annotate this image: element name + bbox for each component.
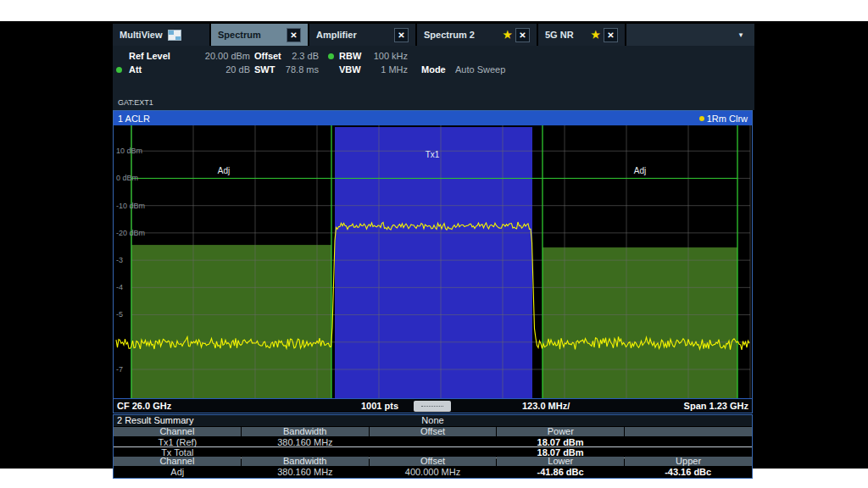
col-header: Upper: [625, 457, 752, 466]
tab-spectrum-label: Spectrum: [218, 30, 261, 40]
tab-amplifier[interactable]: Amplifier ✕: [309, 24, 415, 46]
gate-status: GAT:EXT1: [118, 98, 153, 107]
vbw-value[interactable]: 1 MHz: [359, 64, 408, 75]
ref-level-value[interactable]: 20.00 dBm: [179, 51, 250, 61]
offset-value[interactable]: 2.3 dB: [270, 51, 319, 61]
mode-label[interactable]: Mode: [421, 64, 446, 75]
sweep-points[interactable]: 1001 pts: [361, 401, 398, 411]
acp-table-header: Channel Bandwidth Offset Lower Upper: [114, 457, 752, 466]
trace-color-dot-icon: [699, 116, 704, 121]
aclr-window-titlebar: 1 ACLR 1Rm Clrw: [114, 111, 752, 125]
att-value[interactable]: 20 dB: [179, 64, 250, 75]
y-tick: 0 dBm: [116, 174, 138, 182]
mode-value[interactable]: Auto Sweep: [455, 64, 505, 75]
y-tick: -4: [116, 283, 123, 291]
aclr-window: 1 ACLR 1Rm Clrw 10 dBm 0 dBm -10 dBm -20…: [113, 110, 753, 413]
close-icon[interactable]: ✕: [515, 28, 530, 42]
y-tick: -20 dBm: [116, 229, 145, 237]
swt-value[interactable]: 78.8 ms: [270, 64, 319, 75]
close-icon[interactable]: ✕: [287, 28, 301, 42]
star-icon: ★: [503, 30, 512, 40]
col-header: Channel: [114, 427, 241, 436]
adj-left-channel-label: Adj: [198, 166, 249, 175]
instrument-screen: MultiView Spectrum ✕ Amplifier ✕ Spectru…: [0, 21, 868, 469]
tab-multiview[interactable]: MultiView: [113, 24, 209, 46]
close-icon[interactable]: ✕: [394, 28, 409, 42]
screenshot-root: MultiView Spectrum ✕ Amplifier ✕ Spectru…: [0, 0, 868, 488]
trace-info-label: 1Rm Clrw: [707, 114, 748, 124]
multiview-grid-icon: [168, 30, 181, 41]
y-tick: 10 dBm: [116, 147, 142, 155]
aclr-graph-area: 10 dBm 0 dBm -10 dBm -20 dBm -3 -4 -5 -7…: [114, 125, 752, 398]
cell-channel: Adj: [114, 467, 242, 477]
col-header: [625, 427, 752, 436]
tab-5g-nr-label: 5G NR: [545, 30, 574, 40]
y-tick: -7: [116, 365, 123, 374]
tab-bar-filler: ▾: [626, 24, 754, 46]
y-tick: -3: [116, 256, 123, 264]
att-label[interactable]: Att: [129, 64, 142, 75]
sweep-settings-bar: Ref Level 20.00 dBm Offset 2.3 dB RBW 10…: [113, 46, 754, 110]
cell-upper: -43.16 dBc: [624, 467, 752, 477]
cell-offset: 400.000 MHz: [369, 467, 497, 477]
y-tick: -5: [116, 310, 123, 319]
star-icon: ★: [591, 30, 600, 40]
cell-lower: -41.86 dBc: [497, 467, 625, 477]
tab-spectrum-2-label: Spectrum 2: [424, 30, 475, 40]
col-header: Offset: [370, 427, 497, 436]
close-icon[interactable]: ✕: [604, 28, 618, 42]
tab-spectrum-2[interactable]: Spectrum 2 ★ ✕: [417, 24, 537, 46]
window-splitter-handle[interactable]: [414, 401, 451, 412]
chevron-down-icon[interactable]: ▾: [727, 24, 754, 46]
ref-level-label[interactable]: Ref Level: [129, 51, 170, 61]
rbw-value[interactable]: 100 kHz: [359, 51, 408, 61]
adj-right-channel-label: Adj: [615, 166, 665, 175]
col-header: Channel: [114, 457, 241, 466]
col-header: Lower: [497, 457, 624, 466]
cell-bandwidth: 380.160 MHz: [242, 467, 370, 477]
col-header: Bandwidth: [242, 427, 369, 436]
tab-5g-nr[interactable]: 5G NR ★ ✕: [538, 24, 625, 46]
power-table-header: Channel Bandwidth Offset Power: [114, 427, 752, 436]
tab-spectrum[interactable]: Spectrum ✕: [211, 24, 308, 46]
col-header: Bandwidth: [242, 457, 369, 466]
result-summary-mode: None: [114, 415, 752, 425]
tab-multiview-label: MultiView: [120, 30, 163, 40]
rbw-led-icon: [328, 53, 334, 59]
scale-per-div[interactable]: 123.0 MHz/: [522, 401, 570, 411]
y-tick: -10 dBm: [116, 202, 145, 210]
table-row: Adj 380.160 MHz 400.000 MHz -41.86 dBc -…: [114, 467, 752, 477]
center-frequency[interactable]: CF 26.0 GHz: [117, 401, 171, 411]
col-header: Power: [497, 427, 624, 436]
tx1-channel-label: Tx1: [407, 150, 458, 159]
att-led-icon: [116, 67, 122, 73]
result-summary-window: 2 Result Summary None Channel Bandwidth …: [113, 414, 753, 479]
vbw-label[interactable]: VBW: [339, 64, 361, 75]
aclr-window-title: 1 ACLR: [118, 114, 150, 124]
col-header: Offset: [370, 457, 497, 466]
result-summary-titlebar: 2 Result Summary None: [114, 415, 752, 426]
channel-tab-bar: MultiView Spectrum ✕ Amplifier ✕ Spectru…: [113, 24, 754, 46]
tab-amplifier-label: Amplifier: [316, 30, 357, 40]
span-value[interactable]: Span 1.23 GHz: [684, 401, 748, 411]
trace-info-badge[interactable]: 1Rm Clrw: [699, 114, 748, 124]
